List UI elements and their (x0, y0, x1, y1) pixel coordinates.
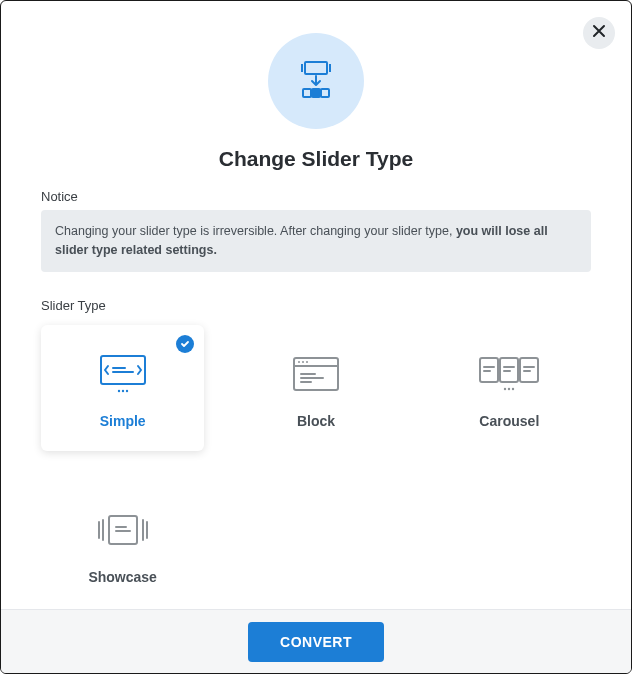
modal-body: Change Slider Type Notice Changing your … (1, 1, 631, 609)
svg-point-6 (121, 389, 123, 391)
change-slider-type-modal: Change Slider Type Notice Changing your … (0, 0, 632, 674)
option-label: Block (297, 413, 335, 429)
svg-rect-4 (101, 356, 145, 384)
selected-check-icon (176, 335, 194, 353)
simple-slider-icon (93, 355, 153, 393)
slider-type-option-showcase[interactable]: Showcase (41, 481, 204, 607)
option-label: Carousel (479, 413, 539, 429)
slider-type-option-block[interactable]: Block (234, 325, 397, 451)
svg-point-11 (306, 361, 308, 363)
notice-text: Changing your slider type is irreversibl… (55, 224, 456, 238)
svg-point-17 (512, 387, 514, 389)
slider-type-label: Slider Type (41, 298, 591, 313)
modal-title: Change Slider Type (41, 147, 591, 171)
notice-box: Changing your slider type is irreversibl… (41, 210, 591, 272)
notice-label: Notice (41, 189, 591, 204)
svg-point-16 (508, 387, 510, 389)
svg-rect-0 (305, 62, 327, 74)
close-button[interactable] (583, 17, 615, 49)
slider-type-grid: Simple Block (41, 325, 591, 607)
block-slider-icon (288, 355, 344, 393)
convert-button[interactable]: CONVERT (248, 622, 384, 662)
option-label: Showcase (88, 569, 156, 585)
slider-type-option-carousel[interactable]: Carousel (428, 325, 591, 451)
svg-point-15 (504, 387, 506, 389)
svg-point-7 (125, 389, 127, 391)
hero-slider-icon (268, 33, 364, 129)
slider-type-option-simple[interactable]: Simple (41, 325, 204, 451)
svg-point-10 (302, 361, 304, 363)
carousel-slider-icon (476, 355, 542, 393)
svg-rect-2 (312, 89, 320, 97)
showcase-slider-icon (93, 511, 153, 549)
svg-point-9 (298, 361, 300, 363)
svg-point-5 (117, 389, 119, 391)
svg-rect-3 (321, 89, 329, 97)
modal-footer: CONVERT (1, 609, 631, 673)
svg-rect-1 (303, 89, 311, 97)
close-icon (592, 24, 606, 42)
option-label: Simple (100, 413, 146, 429)
